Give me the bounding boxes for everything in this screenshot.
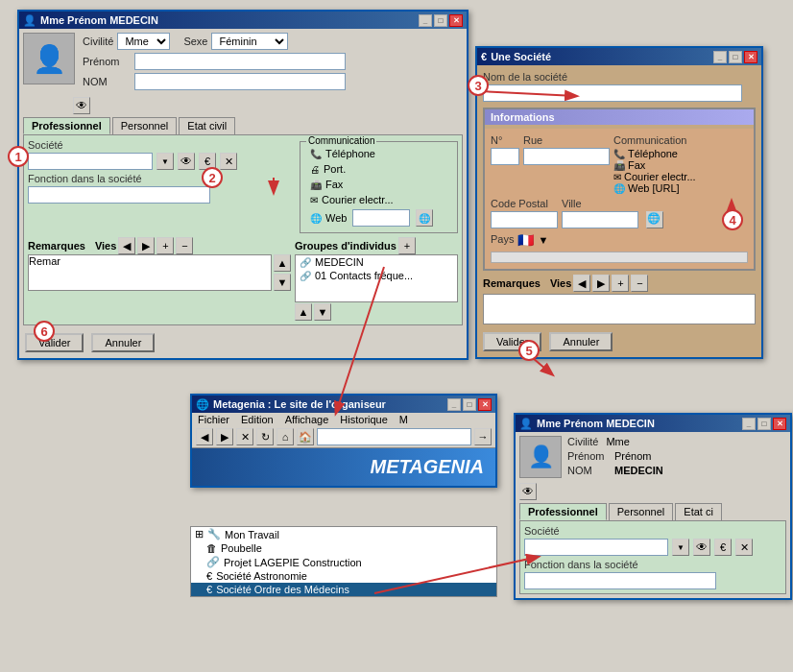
m2-soc-clear[interactable] — [735, 539, 753, 556]
soc-vies-back[interactable]: ◀ — [573, 275, 590, 292]
pays-label: Pays — [491, 233, 514, 245]
societe-eye-icon[interactable] — [178, 153, 195, 170]
nom-input[interactable]: MEDECIN — [134, 73, 346, 90]
sexe-select[interactable]: FémininMasculin — [211, 33, 288, 50]
maximize-btn[interactable]: □ — [434, 14, 447, 27]
m2-soc-eye[interactable] — [693, 539, 710, 556]
mail-icon — [310, 194, 318, 205]
web-input[interactable]: ww.metager — [352, 209, 410, 227]
tree-item-0[interactable]: ⊞ 🔧 Mon Travail — [191, 527, 496, 541]
groupes-up-icon[interactable]: ▲ — [295, 303, 312, 321]
tree-item-2[interactable]: 🔗 Projet LAGEPIE Construction — [191, 555, 496, 569]
tree-item-1[interactable]: 🗑 Poubelle — [191, 541, 496, 555]
rue-input[interactable] — [523, 148, 610, 165]
forward-btn[interactable]: ▶ — [216, 428, 233, 445]
prenom-input[interactable]: Prénom — [134, 53, 346, 70]
go-btn[interactable]: → — [474, 428, 492, 445]
comm-telephone[interactable]: Téléphone — [304, 146, 453, 161]
soc-remarques-input[interactable] — [483, 294, 756, 324]
vies-forward-icon[interactable]: ▶ — [137, 237, 155, 254]
br-close-btn[interactable]: ✕ — [478, 398, 492, 411]
m2-tab-personnel[interactable]: Personnel — [609, 503, 674, 520]
comm-mail[interactable]: Courier electr... — [304, 192, 453, 207]
m2-soc-dropdown[interactable]: ▼ — [672, 539, 689, 556]
soc-nom-label: Nom de la société — [483, 71, 756, 83]
soc-vies-del[interactable]: − — [631, 275, 648, 292]
annuler-btn[interactable]: Annuler — [91, 333, 155, 352]
scroll-h[interactable] — [491, 252, 748, 263]
menu-fichier[interactable]: Fichier — [198, 414, 229, 425]
cp-label: Code Postal — [491, 198, 558, 209]
back-btn[interactable]: ◀ — [196, 428, 213, 445]
soc-close-btn[interactable]: ✕ — [744, 51, 757, 63]
soc-annuler-btn[interactable]: Annuler — [549, 332, 613, 351]
info-tab-header[interactable]: Informations — [485, 109, 754, 125]
civilite-select[interactable]: MmeM. — [117, 33, 170, 50]
soc-fax-icon — [613, 159, 625, 171]
m2-maximize-btn[interactable]: □ — [757, 418, 771, 430]
ville-input[interactable] — [562, 211, 638, 228]
br-minimize-btn[interactable]: _ — [447, 398, 461, 411]
m2-tab-professionnel[interactable]: Professionnel — [519, 503, 607, 520]
n-input[interactable] — [491, 148, 519, 165]
comm-port[interactable]: Port. — [304, 161, 453, 177]
societe-clear-icon[interactable] — [220, 153, 237, 170]
soc-comm-mail[interactable]: Courier electr... — [613, 171, 696, 182]
close-btn[interactable]: ✕ — [449, 14, 463, 27]
comm-web[interactable]: Web ww.metager — [304, 207, 453, 228]
menu-edition[interactable]: Edition — [241, 414, 274, 425]
info-panel: Informations N° Rue Communication — [483, 108, 756, 271]
medecin-titlebar: 👤 Mme Prénom MEDECIN _ □ ✕ — [19, 12, 467, 29]
m2-tab-etat[interactable]: Etat ci — [675, 503, 722, 520]
menu-historique[interactable]: Historique — [340, 414, 388, 425]
soc-maximize-btn[interactable]: □ — [729, 51, 742, 63]
comm-fax[interactable]: Fax — [304, 177, 453, 192]
fonction-input[interactable] — [28, 186, 210, 204]
tab-professionnel[interactable]: Professionnel — [23, 117, 110, 134]
remarks-up-icon[interactable]: ▲ — [274, 254, 291, 272]
vies-back-icon[interactable]: ◀ — [118, 237, 135, 254]
vies-del-icon[interactable]: − — [176, 237, 193, 254]
soc-comm-telephone[interactable]: Téléphone — [613, 148, 696, 159]
medecin-window: 👤 Mme Prénom MEDECIN _ □ ✕ 👤 Civilité Mm… — [17, 10, 469, 360]
remarks-down-icon[interactable]: ▼ — [274, 274, 291, 291]
cp-input[interactable] — [491, 211, 558, 228]
soc-minimize-btn[interactable]: _ — [713, 51, 727, 63]
m2-eye-icon[interactable] — [519, 483, 537, 500]
soc-vies-add[interactable]: + — [612, 275, 629, 292]
url-input[interactable]: http://w... — [317, 428, 471, 445]
minimize-btn[interactable]: _ — [419, 14, 432, 27]
tree-item-4-selected[interactable]: € Société Ordre des Médecins — [191, 583, 496, 596]
soc-comm-label: Communication — [613, 134, 696, 146]
web-go-icon[interactable] — [416, 209, 433, 227]
refresh-btn[interactable]: ↻ — [256, 428, 274, 445]
soc-comm-web[interactable]: Web [URL] — [613, 182, 696, 194]
vies-add-icon[interactable]: + — [156, 237, 174, 254]
m2-close-btn[interactable]: ✕ — [773, 418, 786, 430]
societe-input[interactable] — [28, 153, 153, 170]
remarques-input[interactable]: Remar — [28, 254, 272, 291]
tab-etat-civil[interactable]: Etat civil — [179, 117, 235, 134]
menu-more[interactable]: M — [399, 414, 408, 425]
fav-btn[interactable]: 🏠 — [297, 428, 314, 445]
societe-dropdown-icon[interactable]: ▼ — [156, 153, 174, 170]
m2-soc-euro[interactable] — [714, 539, 732, 556]
groupes-add-icon[interactable]: + — [398, 237, 416, 254]
soc-vies-forward[interactable]: ▶ — [592, 275, 610, 292]
soc-nom-input[interactable]: Ordre des Médecins — [483, 84, 742, 102]
stop-btn[interactable]: ✕ — [236, 428, 253, 445]
flag-dropdown[interactable]: ▼ — [538, 234, 548, 246]
soc-comm-fax[interactable]: Fax — [613, 159, 696, 171]
globe-icon[interactable]: 🌐 — [646, 211, 663, 228]
tree-icon-2: 🔗 — [206, 556, 220, 568]
br-maximize-btn[interactable]: □ — [463, 398, 476, 411]
menu-affichage[interactable]: Affichage — [285, 414, 329, 425]
home-btn[interactable]: ⌂ — [276, 428, 294, 445]
tree-item-3[interactable]: € Société Astronomie — [191, 569, 496, 583]
groupes-down-icon[interactable]: ▼ — [314, 303, 331, 321]
tab-personnel[interactable]: Personnel — [112, 117, 178, 134]
eye-icon[interactable] — [73, 97, 90, 114]
m2-societe-input[interactable]: Ordre des Médecins — [524, 539, 668, 556]
m2-fonction-input[interactable]: Président — [524, 572, 716, 589]
m2-minimize-btn[interactable]: _ — [742, 418, 756, 430]
